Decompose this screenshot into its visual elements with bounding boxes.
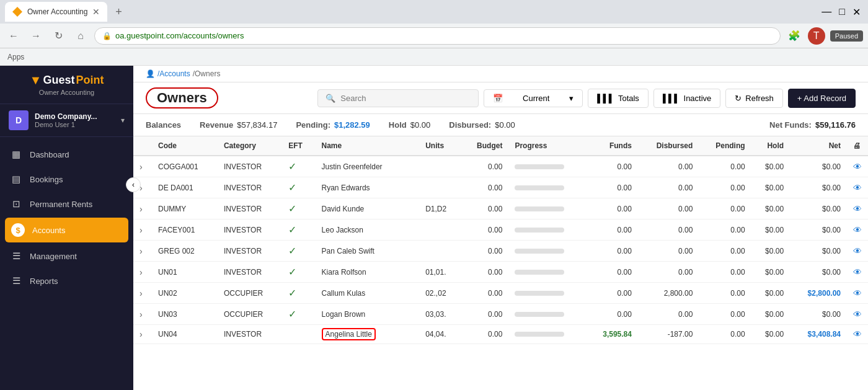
eye-cell[interactable]: 👁	[847, 219, 868, 241]
reload-button[interactable]: ↻	[50, 27, 67, 45]
expand-cell[interactable]: ›	[133, 241, 152, 262]
bookings-icon: ▤	[10, 174, 22, 185]
pending-cell: 0.00	[699, 177, 751, 198]
eye-cell[interactable]: 👁	[847, 177, 868, 198]
eye-cell[interactable]: 👁	[847, 262, 868, 283]
profile-button[interactable]: T	[808, 27, 825, 45]
window-close[interactable]: ✕	[852, 6, 861, 18]
date-label: Current	[523, 94, 549, 103]
code-cell: GREG 002	[152, 241, 218, 262]
refresh-button[interactable]: ↻ Refresh	[725, 89, 783, 108]
budget-cell: 0.00	[461, 177, 509, 198]
inactive-label: Inactive	[684, 94, 712, 103]
net-cell: $0.00	[790, 177, 847, 198]
hold-item: Hold $0.00	[389, 120, 430, 130]
hold-cell: $0.00	[751, 262, 790, 283]
disbursed-item: Disbursed: $0.00	[449, 120, 515, 130]
eye-cell[interactable]: 👁	[847, 304, 868, 325]
disbursed-cell: 0.00	[638, 219, 699, 241]
col-budget: Budget	[461, 136, 509, 156]
expand-cell[interactable]: ›	[133, 219, 152, 241]
active-tab[interactable]: Owner Accounting ✕	[5, 2, 107, 22]
category-cell: INVESTOR	[218, 241, 282, 262]
col-gap	[407, 136, 419, 156]
code-cell: FACEY001	[152, 219, 218, 241]
window-minimize[interactable]: —	[822, 6, 831, 17]
pending-cell: 0.00	[699, 304, 751, 325]
col-print: 🖨	[847, 136, 868, 156]
eye-cell[interactable]: 👁	[847, 283, 868, 304]
code-cell: COGGA001	[152, 156, 218, 177]
extensions-button[interactable]: 🧩	[786, 27, 803, 45]
progress-cell	[508, 283, 586, 304]
totals-button[interactable]: ▌▌▌ Totals	[588, 89, 649, 108]
name-cell: Ryan Edwards	[316, 177, 407, 198]
sidebar-item-permanent-rents[interactable]: ⊡ Permanent Rents	[0, 192, 133, 216]
search-input[interactable]	[340, 94, 471, 103]
name-cell: Angelina Little	[316, 325, 407, 344]
search-box[interactable]: 🔍	[317, 89, 479, 107]
table-row: › UN04 INVESTOR Angelina Little 04,04. 0…	[133, 325, 868, 344]
tab-close-button[interactable]: ✕	[92, 7, 100, 17]
pending-cell: 0.00	[699, 241, 751, 262]
breadcrumb-accounts-link[interactable]: /Accounts	[157, 69, 190, 78]
owners-table: Code Category EFT Name Units Budget Prog…	[133, 136, 868, 344]
eft-cell: ✓	[282, 219, 315, 241]
home-button[interactable]: ⌂	[72, 27, 89, 45]
sidebar-collapse-button[interactable]: ‹	[126, 177, 141, 192]
progress-cell	[508, 304, 586, 325]
add-record-button[interactable]: + Add Record	[788, 89, 856, 108]
expand-cell[interactable]: ›	[133, 283, 152, 304]
budget-cell: 0.00	[461, 219, 509, 241]
bookmarks-label[interactable]: Apps	[7, 53, 24, 61]
sidebar-item-label: Accounts	[32, 226, 65, 235]
expand-cell[interactable]: ›	[133, 156, 152, 177]
expand-cell[interactable]: ›	[133, 304, 152, 325]
sidebar-item-dashboard[interactable]: ▦ Dashboard	[0, 142, 133, 167]
sidebar-item-bookings[interactable]: ▤ Bookings	[0, 167, 133, 192]
budget-cell: 0.00	[461, 304, 509, 325]
sidebar-item-management[interactable]: ☰ Management	[0, 244, 133, 268]
table-row: › UN03 OCCUPIER ✓ Logan Brown 03,03. 0.0…	[133, 304, 868, 325]
chevron-down-icon: ▾	[569, 94, 574, 103]
inactive-icon: ▌▌▌	[663, 94, 680, 103]
gap-cell	[407, 219, 419, 241]
gap-cell	[407, 177, 419, 198]
code-cell: UN02	[152, 283, 218, 304]
expand-cell[interactable]: ›	[133, 198, 152, 219]
inactive-button[interactable]: ▌▌▌ Inactive	[653, 89, 720, 108]
tab-title: Owner Accounting	[27, 7, 87, 16]
gap-cell	[407, 325, 419, 344]
eye-cell[interactable]: 👁	[847, 241, 868, 262]
hold-cell: $0.00	[751, 283, 790, 304]
eye-cell[interactable]: 👁	[847, 156, 868, 177]
back-button[interactable]: ←	[5, 27, 22, 45]
user-menu[interactable]: D Demo Company... Demo User 1 ▾	[0, 104, 133, 137]
totals-label: Totals	[618, 94, 639, 103]
funds-cell: 0.00	[587, 219, 638, 241]
address-bar[interactable]: 🔒 oa.guestpoint.com/accounts/owners	[94, 27, 781, 45]
balance-bar: Balances Revenue $57,834.17 Pending: $1,…	[133, 114, 868, 136]
sidebar-item-reports[interactable]: ☰ Reports	[0, 268, 133, 293]
date-picker[interactable]: 📅 Current ▾	[484, 89, 583, 107]
expand-cell[interactable]: ›	[133, 325, 152, 344]
window-maximize[interactable]: □	[839, 6, 845, 17]
refresh-icon: ↻	[735, 94, 742, 103]
new-tab-button[interactable]: +	[110, 3, 127, 20]
expand-cell[interactable]: ›	[133, 262, 152, 283]
disbursed-cell: 0.00	[638, 262, 699, 283]
user-avatar: D	[9, 110, 29, 130]
units-cell	[419, 156, 461, 177]
eye-cell[interactable]: 👁	[847, 198, 868, 219]
revenue-label: Revenue	[200, 120, 233, 130]
units-cell: 04,04.	[419, 325, 461, 344]
disbursed-cell: 0.00	[638, 156, 699, 177]
sidebar-nav: ▦ Dashboard ▤ Bookings ⊡ Permanent Rents…	[0, 137, 133, 390]
pending-cell: 0.00	[699, 262, 751, 283]
disbursed-cell: 0.00	[638, 177, 699, 198]
forward-button[interactable]: →	[27, 27, 45, 45]
sidebar-item-accounts[interactable]: $ Accounts	[5, 218, 128, 242]
eye-cell[interactable]: 👁	[847, 325, 868, 344]
page-header: Owners 🔍 📅 Current ▾ ▌▌▌ Totals ▌▌▌ I	[133, 82, 868, 114]
table-header-row: Code Category EFT Name Units Budget Prog…	[133, 136, 868, 156]
